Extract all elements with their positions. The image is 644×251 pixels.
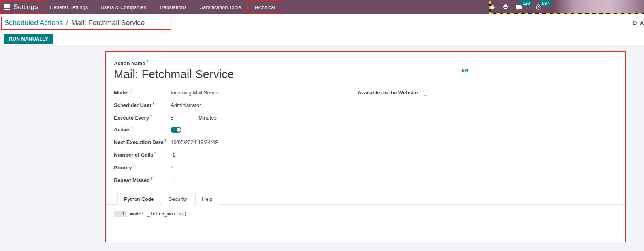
apps-menu-button[interactable]: Settings <box>0 0 43 14</box>
messages-count-badge: 120 <box>521 0 532 6</box>
menu-translations[interactable]: Translations <box>153 0 193 14</box>
help-marker: ? <box>146 60 148 64</box>
top-navbar: Settings General Settings Users & Compan… <box>0 0 644 14</box>
user-menu-blurred[interactable] <box>554 0 644 14</box>
breadcrumb-tools: ⚙ A <box>632 14 644 32</box>
activities-count-badge: 897 <box>540 0 551 6</box>
field-row-priority: Priority? 5 <box>114 165 173 170</box>
active-toggle[interactable] <box>171 127 181 133</box>
field-row-available-on-website: Available on the Website? <box>358 90 428 96</box>
action-name-value[interactable]: Mail: Fetchmail Service <box>114 68 234 81</box>
interval-unit-value[interactable]: Minutes <box>198 115 217 121</box>
field-row-repeat-missed: Repeat Missed? <box>114 177 176 183</box>
help-marker: ? <box>164 139 166 142</box>
field-row-number-of-calls: Number of Calls? -1 <box>114 152 175 158</box>
menu-general-settings[interactable]: General Settings <box>43 0 94 14</box>
notebook-tabs: Python Code Security Help <box>106 193 625 205</box>
navbar-right: 120 897 <box>486 0 644 14</box>
run-manually-button[interactable]: RUN MANUALLY <box>4 34 53 44</box>
repeat-missed-checkbox[interactable] <box>171 178 176 183</box>
action-name-block: Action Name? Mail: Fetchmail Service <box>114 60 234 81</box>
apps-grid-icon <box>4 4 10 10</box>
help-marker: ? <box>130 89 132 93</box>
priority-value[interactable]: 5 <box>171 165 173 170</box>
field-row-next-execution: Next Execution Date? 10/05/2024 19:24:49 <box>114 139 218 145</box>
code-line-content[interactable]: model._fetch_mails() <box>127 211 187 217</box>
action-button-row: RUN MANUALLY <box>0 32 644 45</box>
field-row-model: Model? Incoming Mail Server <box>114 90 219 96</box>
help-marker: ? <box>152 101 154 105</box>
content-area: Action Name? Mail: Fetchmail Service EN … <box>0 45 644 251</box>
field-row-scheduler-user: Scheduler User? Administrator <box>114 102 201 108</box>
gear-icon[interactable]: ⚙ <box>632 20 637 27</box>
annotation-hazard-vertical <box>489 1 491 14</box>
clipped-text: A <box>640 20 644 26</box>
tab-help[interactable]: Help <box>195 193 219 205</box>
next-execution-date-value[interactable]: 10/05/2024 19:24:49 <box>171 139 218 145</box>
breadcrumb: Scheduled Actions / Mail: Fetchmail Serv… <box>1 17 171 30</box>
form-sheet: Action Name? Mail: Fetchmail Service EN … <box>105 51 626 242</box>
breadcrumb-parent-link[interactable]: Scheduled Actions <box>4 19 63 27</box>
field-row-execute-every: Execute Every? 5 Minutes <box>114 115 217 121</box>
help-marker: ? <box>133 164 135 168</box>
number-of-calls-value[interactable]: -1 <box>171 152 175 158</box>
messages-icon[interactable]: 120 <box>516 4 523 10</box>
tab-python-code[interactable]: Python Code <box>117 193 160 205</box>
menu-technical[interactable]: Technical <box>247 0 281 14</box>
help-marker: ? <box>154 151 156 155</box>
field-row-active: Active? <box>114 127 181 133</box>
help-marker: ? <box>130 126 132 130</box>
breadcrumb-current: Mail: Fetchmail Service <box>71 19 145 27</box>
code-line-number: 1 <box>114 211 127 217</box>
scheduler-user-value[interactable]: Administrator <box>171 102 201 108</box>
action-name-label: Action Name? <box>114 60 234 66</box>
print-icon[interactable] <box>502 4 509 10</box>
help-marker: ? <box>418 89 420 93</box>
help-marker: ? <box>151 176 153 180</box>
tab-security[interactable]: Security <box>162 193 194 205</box>
interval-number-input[interactable]: 5 <box>171 115 173 121</box>
language-badge[interactable]: EN <box>461 68 468 73</box>
code-editor[interactable]: 1 model._fetch_mails() <box>114 211 616 217</box>
model-value[interactable]: Incoming Mail Server <box>171 90 219 96</box>
app-title: Settings <box>13 3 38 11</box>
menu-users-companies[interactable]: Users & Companies <box>94 0 153 14</box>
menu-gamification-tools[interactable]: Gamification Tools <box>193 0 247 14</box>
activities-clock-icon[interactable]: 897 <box>535 4 542 11</box>
available-on-website-checkbox[interactable] <box>423 90 428 96</box>
breadcrumb-separator: / <box>66 19 68 27</box>
breadcrumb-bar: Scheduled Actions / Mail: Fetchmail Serv… <box>0 14 644 32</box>
help-marker: ? <box>150 114 152 118</box>
